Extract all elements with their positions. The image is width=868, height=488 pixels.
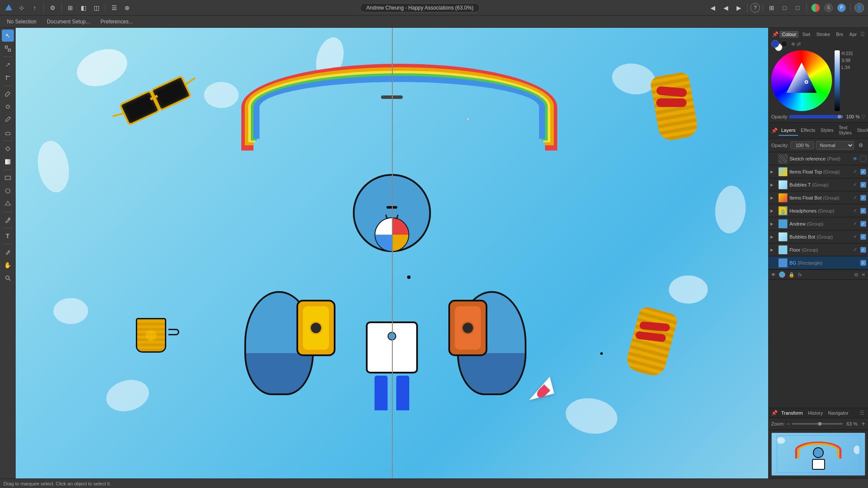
- layer-checkbox[interactable]: ✓: [860, 260, 866, 266]
- layer-item[interactable]: ▶ Bubbles T (Group) ✓ ✓: [769, 178, 868, 191]
- layer-item[interactable]: ▶ Andrew (Group) ✓ ✓: [769, 217, 868, 230]
- zoom-tool-btn[interactable]: [2, 272, 14, 284]
- gradient-tool-btn[interactable]: [2, 156, 14, 168]
- layer-item[interactable]: ▶ Headphones (Group) ✓ ✓: [769, 204, 868, 217]
- layer-action-2[interactable]: ✕: [861, 272, 865, 278]
- swatches-tab[interactable]: Swt: [799, 31, 812, 38]
- node-grid-btn[interactable]: ⊹: [16, 2, 28, 14]
- zoom-out-btn[interactable]: ◀: [720, 2, 732, 14]
- text-tool-btn[interactable]: T: [2, 230, 14, 242]
- layer-action-1[interactable]: ⧉: [855, 272, 858, 278]
- layer-visibility-icon[interactable]: ✓: [852, 220, 858, 227]
- canvas-area[interactable]: [16, 28, 768, 478]
- colour-gradient-bar[interactable]: [835, 50, 840, 111]
- layer-checkbox[interactable]: ✓: [860, 234, 866, 240]
- opacity-thumb[interactable]: [838, 115, 841, 118]
- swap-icon[interactable]: ⇄: [797, 41, 801, 47]
- panel-toggle2[interactable]: □: [792, 2, 804, 14]
- zoom-plus-btn[interactable]: +: [861, 420, 865, 428]
- layer-visibility-icon[interactable]: ✓: [852, 168, 858, 175]
- layer-visibility-icon[interactable]: 👁: [852, 155, 858, 162]
- layer-visibility-icon[interactable]: ✓: [852, 181, 858, 188]
- rect-tool-btn[interactable]: [2, 172, 14, 184]
- colour-wheel[interactable]: [771, 50, 832, 111]
- grid-btn[interactable]: ⊞: [64, 2, 76, 14]
- layer-checkbox[interactable]: ✓: [860, 169, 866, 175]
- zoom-slider-thumb[interactable]: [818, 422, 822, 426]
- fx-icon[interactable]: fx: [798, 272, 802, 277]
- brushes-tab[interactable]: Brs: [834, 31, 846, 38]
- layer-visibility-icon[interactable]: ✓: [852, 233, 858, 240]
- transform-panel-tab[interactable]: Transform: [779, 409, 806, 417]
- layer-expand-icon[interactable]: ▶: [770, 170, 776, 174]
- stroke-tab[interactable]: Stroke: [814, 31, 833, 38]
- layer-item[interactable]: ▶ Bubbles Bot (Group) ✓ ✓: [769, 230, 868, 243]
- colour-tab[interactable]: Colour: [779, 31, 799, 38]
- layer-checkbox[interactable]: ✓: [860, 182, 866, 188]
- text-styles-panel-tab[interactable]: Text Styles: [836, 123, 854, 138]
- pencil-btn[interactable]: [2, 114, 14, 126]
- bottom-panel-menu[interactable]: ☰: [858, 408, 866, 418]
- layer-checkbox[interactable]: ✓: [860, 247, 866, 253]
- pixel-btn[interactable]: P: [835, 2, 848, 14]
- colour-panel-menu[interactable]: ☰: [859, 30, 866, 38]
- view-toggle-btn[interactable]: ⊞: [766, 2, 778, 14]
- document-setup-btn[interactable]: Document Setup...: [43, 17, 94, 26]
- transform-tool-btn[interactable]: ↗: [2, 59, 14, 71]
- fill-tool-btn[interactable]: [2, 143, 14, 155]
- preferences-sec-btn[interactable]: Preferences...: [96, 17, 137, 26]
- crop-tool-btn[interactable]: [2, 72, 14, 84]
- snap-btn[interactable]: ⊕: [121, 2, 133, 14]
- layer-checkbox[interactable]: ✓: [860, 208, 866, 214]
- zoom-minus-btn[interactable]: −: [786, 420, 790, 427]
- styles-panel-tab[interactable]: Styles: [818, 125, 836, 136]
- help-btn[interactable]: ?: [750, 3, 760, 13]
- layer-expand-icon[interactable]: ▶: [770, 209, 776, 213]
- layer-visibility-icon[interactable]: ✓: [852, 207, 858, 214]
- appearance-tab[interactable]: Apr: [847, 31, 859, 38]
- colour-indicator[interactable]: [805, 80, 808, 84]
- view-split-btn[interactable]: ◧: [77, 2, 89, 14]
- layer-expand-icon[interactable]: ▶: [770, 235, 776, 239]
- no-selection-btn[interactable]: No Selection: [3, 17, 41, 26]
- lock-icon[interactable]: 🔒: [789, 272, 795, 278]
- stock-panel-tab[interactable]: Stock: [854, 125, 868, 136]
- layer-item[interactable]: ▶ Floor (Group) ✓ ✓: [769, 243, 868, 256]
- panel-toggle1[interactable]: □: [779, 2, 791, 14]
- eraser-btn[interactable]: [2, 127, 14, 139]
- eyedropper-icon[interactable]: ⊕: [791, 41, 795, 47]
- pixel-brush-btn[interactable]: [2, 101, 14, 113]
- ellipse-tool-btn[interactable]: [2, 185, 14, 197]
- layer-expand-icon[interactable]: ▶: [770, 196, 776, 200]
- opacity-slider[interactable]: [789, 115, 843, 118]
- node-tool-btn[interactable]: [2, 43, 14, 55]
- layer-item-bg[interactable]: BG (Rectangle) ✓: [769, 256, 868, 269]
- zoom-slider[interactable]: [792, 423, 842, 425]
- opacity-expand-icon[interactable]: ▽: [861, 114, 865, 120]
- hand-tool-btn[interactable]: ✋: [2, 259, 14, 271]
- polygon-tool-btn[interactable]: [2, 198, 14, 210]
- layer-expand-icon[interactable]: ▶: [770, 222, 776, 226]
- foreground-swatch[interactable]: [771, 40, 779, 48]
- color-profile-btn[interactable]: [809, 2, 822, 14]
- zoom-in-btn[interactable]: ▶: [733, 2, 745, 14]
- layer-checkbox[interactable]: ✓: [860, 221, 866, 227]
- studio-btn[interactable]: S: [822, 2, 835, 14]
- layer-item[interactable]: Sketch reference (Pixel) 👁: [769, 152, 868, 165]
- layers-panel-tab[interactable]: Layers: [779, 125, 798, 136]
- layer-settings-btn[interactable]: ⚙: [856, 141, 865, 150]
- layer-item[interactable]: ▶ Items Float Bot (Group) ✓ ✓: [769, 191, 868, 204]
- affinity-logo-btn[interactable]: [3, 2, 15, 14]
- arrange-btn[interactable]: ☰: [108, 2, 120, 14]
- layer-checkbox[interactable]: [860, 156, 866, 162]
- navigator-panel-tab[interactable]: Navigator: [825, 409, 851, 417]
- blend-mode-select[interactable]: Normal Multiply Screen Overlay: [816, 141, 854, 150]
- layer-visibility-icon[interactable]: ✓: [852, 246, 858, 253]
- account-btn[interactable]: 👤: [853, 2, 865, 14]
- layer-opacity-input[interactable]: [790, 141, 814, 149]
- sample-color-btn[interactable]: [2, 246, 14, 258]
- share-btn[interactable]: ↑: [29, 2, 41, 14]
- layer-expand-icon[interactable]: ▶: [770, 183, 776, 187]
- view-mode-btn[interactable]: ◫: [90, 2, 102, 14]
- preferences-btn[interactable]: ⚙: [46, 2, 59, 14]
